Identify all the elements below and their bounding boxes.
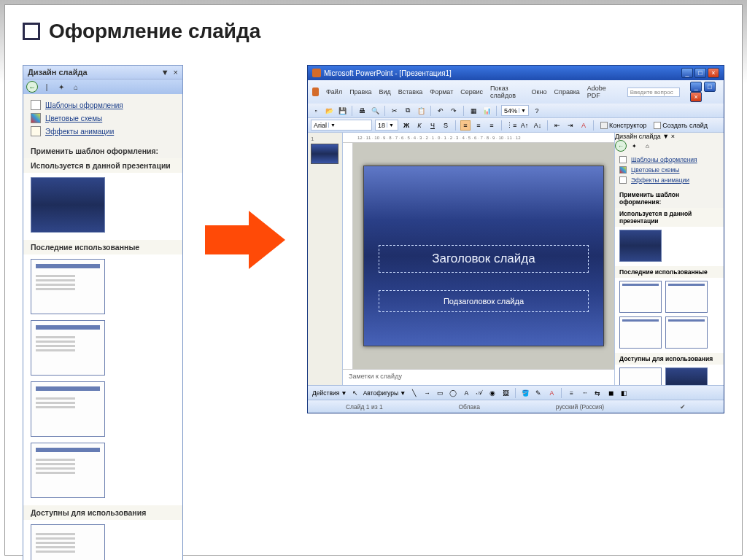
increase-indent-icon[interactable]: ⇥ [565, 120, 576, 131]
rtemplate-thumb[interactable] [619, 230, 662, 262]
maximize-button[interactable]: □ [694, 68, 706, 78]
rlink-animation-effects[interactable]: Эффекты анимации [619, 175, 719, 185]
taskpane-close-icon[interactable]: × [174, 68, 178, 77]
align-right-icon[interactable]: ≡ [487, 120, 497, 131]
notes-pane[interactable]: Заметки к слайду [343, 369, 614, 385]
taskpane-dropdown-icon[interactable]: ▼ [161, 68, 169, 77]
clipart-icon[interactable]: 🖼 [500, 388, 511, 398]
nav-star-icon[interactable]: ✦ [55, 81, 67, 93]
rect-icon[interactable]: ▭ [435, 388, 445, 398]
menu-window[interactable]: Окно [532, 88, 547, 96]
textbox-icon[interactable]: A [461, 388, 471, 398]
arrow-shape-icon[interactable]: → [422, 388, 432, 398]
undo-icon[interactable]: ↶ [436, 106, 446, 116]
doc-restore-button[interactable]: □ [704, 82, 716, 92]
menu-file[interactable]: Файл [326, 88, 342, 96]
paste-icon[interactable]: 📋 [416, 106, 426, 116]
shadow-style-icon[interactable]: ◼ [605, 388, 616, 398]
font-combo[interactable]: Arial▼ [311, 120, 372, 131]
rtemplate-thumb[interactable] [619, 316, 662, 349]
right-taskpane-close-icon[interactable]: × [671, 133, 675, 140]
increase-font-icon[interactable]: A↑ [519, 120, 530, 131]
slide-title-placeholder[interactable]: Заголовок слайда [379, 245, 589, 273]
wordart-icon[interactable]: 𝒜 [474, 388, 484, 398]
rtemplate-thumb[interactable] [619, 368, 662, 385]
slide-subtitle-placeholder[interactable]: Подзаголовок слайда [379, 290, 589, 312]
menu-tools[interactable]: Сервис [460, 88, 483, 96]
3d-style-icon[interactable]: ◧ [619, 388, 629, 398]
rtemplate-thumb[interactable] [619, 281, 662, 313]
italic-icon[interactable]: К [414, 120, 425, 131]
ask-input[interactable]: Введите вопрос [627, 88, 681, 97]
template-thumb[interactable] [31, 177, 105, 233]
minimize-button[interactable]: _ [681, 68, 693, 78]
menu-adobe-pdf[interactable]: Adobe PDF [587, 85, 613, 99]
align-left-icon[interactable]: ≡ [460, 120, 471, 131]
template-thumb[interactable] [31, 381, 105, 437]
menu-format[interactable]: Формат [430, 88, 453, 96]
font-color-icon[interactable]: A [578, 120, 589, 131]
template-thumb[interactable] [31, 259, 105, 314]
copy-icon[interactable]: ⧉ [403, 106, 413, 116]
menu-edit[interactable]: Правка [349, 88, 371, 96]
rtemplate-thumb[interactable] [665, 368, 708, 385]
slide-thumbnail[interactable] [311, 144, 338, 164]
rnav-star-icon[interactable]: ✦ [628, 140, 640, 152]
chart-icon[interactable]: 📊 [481, 106, 492, 116]
doc-close-button[interactable]: × [690, 92, 702, 102]
line-style-icon[interactable]: ≡ [566, 388, 576, 398]
app-menu-icon[interactable] [312, 88, 319, 96]
right-taskpane-dropdown-icon[interactable]: ▼ [662, 133, 669, 140]
menu-view[interactable]: Вид [379, 88, 391, 96]
current-slide[interactable]: Заголовок слайда Подзаголовок слайда [363, 166, 604, 346]
oval-icon[interactable]: ◯ [448, 388, 458, 398]
bullets-icon[interactable]: ⋮≡ [506, 120, 516, 131]
rtemplate-thumb[interactable] [665, 281, 708, 313]
new-slide-button[interactable]: Создать слайд [651, 122, 710, 129]
close-button[interactable]: × [708, 68, 719, 78]
decrease-font-icon[interactable]: A↓ [533, 120, 543, 131]
status-spell-icon[interactable]: ✔ [680, 403, 686, 411]
rnav-home-icon[interactable]: ⌂ [641, 140, 653, 152]
line-color-icon[interactable]: ✎ [533, 388, 543, 398]
draw-actions-button[interactable]: Действия▼ [312, 389, 347, 397]
print-icon[interactable]: 🖶 [357, 106, 367, 116]
menu-slideshow[interactable]: Показ слайдов [490, 85, 524, 99]
bold-icon[interactable]: Ж [401, 120, 411, 131]
underline-icon[interactable]: Ч [427, 120, 438, 131]
rlink-templates[interactable]: Шаблоны оформления [619, 155, 719, 165]
constructor-button[interactable]: Конструктор [598, 122, 649, 129]
autoshapes-button[interactable]: Автофигуры▼ [363, 389, 406, 397]
menu-help[interactable]: Справка [554, 88, 580, 96]
zoom-combo[interactable]: 54%▼ [501, 105, 529, 116]
help-icon[interactable]: ? [532, 106, 542, 116]
line-icon[interactable]: ╲ [409, 388, 419, 398]
template-thumb[interactable] [31, 443, 105, 498]
decrease-indent-icon[interactable]: ⇤ [552, 120, 562, 131]
cut-icon[interactable]: ✂ [390, 106, 400, 116]
open-icon[interactable]: 📂 [324, 106, 334, 116]
menu-insert[interactable]: Вставка [398, 88, 422, 96]
font-color2-icon[interactable]: A [546, 388, 557, 398]
redo-icon[interactable]: ↷ [449, 106, 459, 116]
doc-minimize-button[interactable]: _ [690, 82, 702, 92]
fontsize-combo[interactable]: 18▼ [375, 120, 398, 131]
diagram-icon[interactable]: ◉ [487, 388, 498, 398]
new-icon[interactable]: ▫ [311, 106, 321, 116]
align-center-icon[interactable]: ≡ [473, 120, 484, 131]
table-icon[interactable]: ▦ [468, 106, 479, 116]
fill-color-icon[interactable]: 🪣 [520, 388, 530, 398]
arrow-style-icon[interactable]: ⇆ [592, 388, 603, 398]
select-icon[interactable]: ↖ [350, 388, 360, 398]
nav-back-icon[interactable]: ← [26, 81, 38, 93]
template-thumb[interactable] [31, 524, 105, 560]
link-templates[interactable]: Шаблоны оформления [31, 98, 175, 112]
link-animation-effects[interactable]: Эффекты анимации [31, 125, 175, 138]
save-icon[interactable]: 💾 [337, 106, 347, 116]
nav-forward-icon[interactable]: | [41, 81, 53, 93]
preview-icon[interactable]: 🔍 [370, 106, 380, 116]
dash-style-icon[interactable]: ┄ [579, 388, 589, 398]
nav-home-icon[interactable]: ⌂ [70, 81, 82, 93]
link-color-schemes[interactable]: Цветовые схемы [31, 112, 175, 125]
rtemplate-thumb[interactable] [665, 316, 708, 349]
